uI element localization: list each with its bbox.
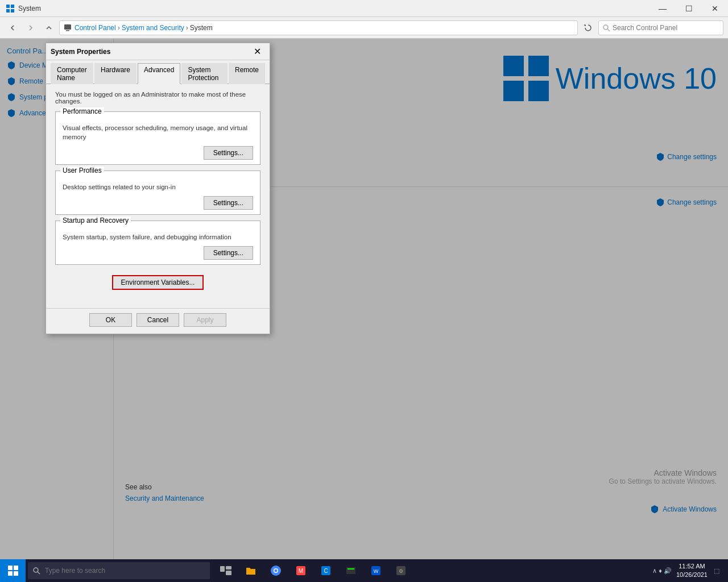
svg-rect-20 bbox=[226, 571, 231, 575]
app4-button[interactable]: M bbox=[289, 559, 312, 582]
system-icon bbox=[6, 4, 15, 13]
dialog-footer: OK Cancel Apply bbox=[46, 308, 270, 334]
refresh-icon bbox=[584, 24, 592, 32]
app6-icon bbox=[345, 565, 357, 576]
chrome-button[interactable] bbox=[264, 559, 287, 582]
svg-text:C: C bbox=[324, 568, 328, 574]
performance-settings-button[interactable]: Settings... bbox=[204, 146, 253, 160]
minimize-button[interactable]: — bbox=[650, 0, 676, 17]
app7-button[interactable]: W bbox=[365, 559, 387, 582]
app4-icon: M bbox=[295, 565, 307, 576]
taskview-button[interactable] bbox=[214, 559, 237, 582]
up-icon bbox=[46, 24, 52, 31]
forward-icon bbox=[27, 24, 34, 31]
app7-icon: W bbox=[370, 565, 382, 576]
taskbar-search-input[interactable] bbox=[45, 567, 187, 575]
svg-point-16 bbox=[34, 568, 38, 572]
breadcrumb-system-security[interactable]: System and Security bbox=[122, 24, 184, 32]
back-icon bbox=[9, 24, 16, 31]
close-button[interactable]: ✕ bbox=[702, 0, 728, 17]
dialog-title: System Properties bbox=[51, 48, 249, 56]
breadcrumb-control-panel[interactable]: Control Panel bbox=[75, 24, 116, 32]
apply-button[interactable]: Apply bbox=[184, 313, 226, 327]
user-profiles-btn-row: Settings... bbox=[63, 196, 253, 210]
taskbar-search-bar[interactable] bbox=[28, 562, 210, 579]
performance-btn-row: Settings... bbox=[63, 146, 253, 160]
svg-rect-4 bbox=[64, 24, 71, 30]
app5-icon: C bbox=[320, 565, 332, 576]
svg-line-7 bbox=[607, 29, 610, 31]
app8-icon: ⚙ bbox=[395, 565, 407, 576]
maximize-button[interactable]: ☐ bbox=[676, 0, 702, 17]
taskbar-clock: 11:52 AM 10/26/2021 bbox=[676, 562, 708, 580]
startup-recovery-btn-row: Settings... bbox=[63, 246, 253, 260]
tab-computer-name[interactable]: Computer Name bbox=[51, 63, 93, 84]
svg-rect-28 bbox=[346, 567, 355, 574]
svg-rect-29 bbox=[348, 568, 354, 569]
ok-button[interactable]: OK bbox=[89, 313, 132, 327]
dialog-notice: You must be logged on as an Administrato… bbox=[55, 91, 260, 105]
svg-text:M: M bbox=[299, 568, 303, 574]
startup-recovery-settings-button[interactable]: Settings... bbox=[204, 246, 253, 260]
forward-button[interactable] bbox=[23, 20, 39, 36]
clock-time: 11:52 AM bbox=[676, 562, 708, 571]
taskbar: M C W ⚙ ∧ ♦ � bbox=[0, 559, 728, 582]
back-button[interactable] bbox=[5, 20, 20, 36]
computer-icon bbox=[63, 23, 72, 32]
search-icon bbox=[602, 24, 610, 32]
app5-button[interactable]: C bbox=[315, 559, 337, 582]
windows-start-icon bbox=[8, 566, 18, 576]
taskbar-icons: M C W ⚙ bbox=[214, 559, 412, 582]
tab-system-protection[interactable]: System Protection bbox=[181, 63, 228, 84]
svg-text:W: W bbox=[374, 568, 379, 574]
svg-rect-18 bbox=[220, 566, 225, 572]
tab-advanced[interactable]: Advanced bbox=[138, 63, 180, 84]
svg-rect-2 bbox=[6, 9, 10, 13]
titlebar: System — ☐ ✕ bbox=[0, 0, 728, 17]
tray-icons: ∧ ♦ 🔊 bbox=[652, 567, 672, 575]
taskview-icon bbox=[220, 566, 231, 575]
taskbar-tray: ∧ ♦ 🔊 11:52 AM 10/26/2021 ⬚ bbox=[652, 559, 728, 582]
svg-point-6 bbox=[603, 25, 608, 30]
app6-button[interactable] bbox=[340, 559, 362, 582]
svg-rect-14 bbox=[8, 571, 13, 576]
breadcrumb-system: System bbox=[190, 24, 213, 32]
tab-remote[interactable]: Remote bbox=[229, 63, 265, 84]
system-properties-dialog: System Properties ✕ Computer Name Hardwa… bbox=[46, 43, 270, 334]
user-profiles-settings-button[interactable]: Settings... bbox=[204, 196, 253, 210]
svg-text:⚙: ⚙ bbox=[399, 568, 403, 574]
dialog-close-button[interactable]: ✕ bbox=[249, 45, 265, 59]
cancel-button[interactable]: Cancel bbox=[136, 313, 179, 327]
svg-rect-1 bbox=[11, 5, 14, 8]
performance-label: Performance bbox=[60, 107, 104, 115]
app8-button[interactable]: ⚙ bbox=[390, 559, 412, 582]
svg-rect-5 bbox=[66, 30, 69, 31]
search-input[interactable] bbox=[613, 24, 704, 32]
svg-rect-3 bbox=[11, 9, 14, 13]
titlebar-title: System bbox=[6, 4, 41, 13]
svg-rect-19 bbox=[226, 566, 231, 569]
file-explorer-button[interactable] bbox=[239, 559, 262, 582]
breadcrumb[interactable]: Control Panel › System and Security › Sy… bbox=[59, 20, 578, 35]
startup-recovery-desc: System startup, system failure, and debu… bbox=[63, 232, 253, 242]
clock-date: 10/26/2021 bbox=[676, 571, 708, 579]
refresh-button[interactable] bbox=[580, 20, 596, 36]
notification-button[interactable]: ⬚ bbox=[710, 559, 723, 582]
svg-point-23 bbox=[275, 569, 278, 572]
user-profiles-desc: Desktop settings related to your sign-in bbox=[63, 182, 253, 192]
tab-hardware[interactable]: Hardware bbox=[94, 63, 136, 84]
startup-recovery-label: Startup and Recovery bbox=[60, 217, 131, 225]
performance-desc: Visual effects, processor scheduling, me… bbox=[63, 123, 253, 142]
search-bar[interactable] bbox=[598, 20, 723, 35]
svg-line-17 bbox=[38, 572, 40, 574]
svg-rect-13 bbox=[14, 566, 18, 570]
svg-rect-12 bbox=[8, 566, 13, 570]
dialog-titlebar: System Properties ✕ bbox=[46, 43, 270, 60]
dialog-content: You must be logged on as an Administrato… bbox=[46, 84, 270, 306]
svg-rect-0 bbox=[6, 5, 10, 8]
up-button[interactable] bbox=[41, 20, 57, 36]
environment-variables-button[interactable]: Environment Variables... bbox=[112, 275, 204, 290]
user-profiles-label: User Profiles bbox=[60, 167, 104, 174]
start-button[interactable] bbox=[0, 559, 26, 582]
titlebar-controls: — ☐ ✕ bbox=[650, 0, 728, 17]
